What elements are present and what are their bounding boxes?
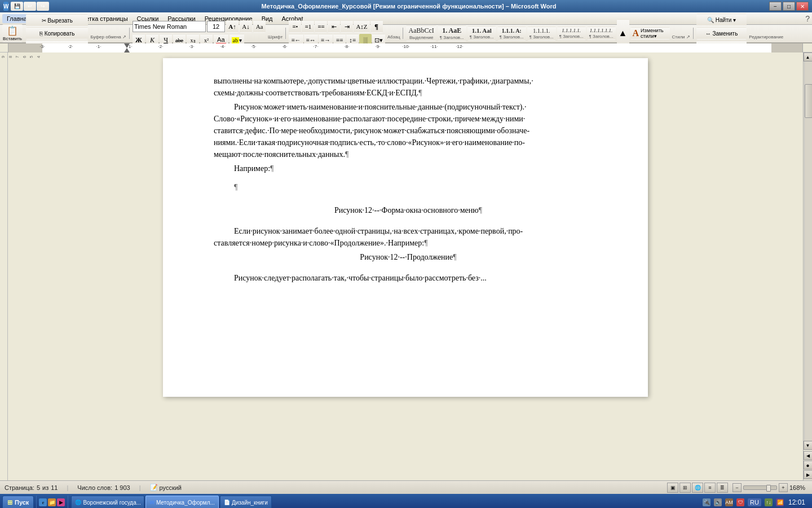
style-h11111[interactable]: 1.1.1.1.1. ¶ Заголов...: [557, 27, 586, 40]
view-fullread-btn[interactable]: ⊞: [679, 483, 691, 493]
para-1: выполнены·на·компьютере,·допустимы·цветн…: [214, 75, 603, 99]
title-bar: W 💾 ↩ ↪ Методичка_Оформление_Курсовой [Р…: [0, 0, 812, 12]
taskbar-right: 🔌 🔊 AM 🛡 RU ↑↓ 📶 12:01: [703, 498, 810, 506]
style-h1111[interactable]: 1.1.1.1. ¶ Заголов...: [527, 27, 556, 41]
start-button[interactable]: ⊞ Пуск: [2, 496, 34, 508]
copy-btn[interactable]: ⎘ Копировать: [26, 27, 88, 40]
tray-volume[interactable]: 🔊: [714, 498, 722, 506]
status-words: Число слов: 1 903: [77, 484, 130, 491]
lang-label: русский: [160, 484, 182, 491]
ruler-mark-7r: ·8·: [345, 44, 350, 49]
grow-font-btn[interactable]: A↑: [226, 20, 239, 33]
zoom-thumb[interactable]: [766, 485, 771, 492]
clipboard-label: Буфер обмена ↗: [89, 34, 126, 41]
next-page-btn[interactable]: ▶: [804, 470, 813, 479]
status-page: Страница: 5 из 11: [5, 484, 58, 491]
scroll-track[interactable]: [804, 62, 812, 441]
taskbar-sep: [36, 496, 37, 508]
doc-container[interactable]: выполнены·на·компьютере,·допустимы·цветн…: [8, 52, 803, 480]
numbering-btn[interactable]: ≡1: [302, 20, 314, 33]
para-2: Рисунок·может·иметь·наименование·и·поясн…: [214, 101, 603, 160]
help-btn[interactable]: ?: [805, 14, 810, 23]
clear-format-btn[interactable]: Aa: [253, 20, 266, 33]
words-count: 1 903: [114, 484, 130, 491]
words-label: Число слов:: [77, 484, 112, 491]
style-h11[interactable]: 1.1. Aal ¶ Заголов...: [467, 26, 496, 41]
font-group: A↑ A↓ Aa Ж К Ч abe x₂ x² Aa ab▾: [133, 20, 266, 46]
view-web-btn[interactable]: 🌐: [692, 483, 703, 493]
status-bar: Страница: 5 из 11 | Число слов: 1 903 | …: [0, 480, 812, 494]
style-normal[interactable]: AaBbCcI Выделение: [406, 25, 436, 41]
page-nav: ◀ ● ▶: [804, 450, 813, 480]
indent-marker-top[interactable]: [124, 43, 130, 48]
cut-btn[interactable]: ✂ Вырезать: [26, 14, 88, 27]
multilevel-btn[interactable]: ≡≡: [315, 20, 327, 33]
maximize-btn[interactable]: □: [783, 2, 795, 11]
replace-btn[interactable]: ↔ Заменить: [696, 27, 747, 40]
style-h1[interactable]: 1. AaE ¶ Заголов...: [438, 25, 466, 41]
ruler-mark-3r: ·4·: [220, 44, 226, 49]
font-label: Шрифт: [267, 34, 283, 41]
sep-4: [693, 28, 694, 39]
ruler-mark-3: ·3·: [40, 44, 45, 49]
status-right: ▣ ⊞ 🌐 ≡ ≣ − + 168%: [667, 483, 807, 493]
minimize-btn[interactable]: −: [769, 2, 782, 11]
system-time: 12:01: [787, 498, 806, 506]
quick-undo-btn[interactable]: ↩: [24, 2, 36, 11]
para-4: Если·рисунок·занимает·более·одной·страни…: [214, 225, 603, 249]
zoom-slider[interactable]: [743, 485, 777, 490]
indent-marker-bottom[interactable]: [124, 48, 130, 52]
para-empty: ¶: [214, 181, 603, 193]
zoom-level: 168%: [789, 484, 807, 491]
spell-check-icon[interactable]: 📝 русский: [150, 484, 182, 491]
scroll-down-btn[interactable]: ▼: [804, 441, 813, 450]
ruler-mark-11r: ·12·: [456, 44, 463, 49]
style-h111[interactable]: 1.1.1. A: ¶ Заголов...: [497, 27, 526, 41]
quicklaunch-folder[interactable]: 📁: [48, 498, 56, 506]
tray-antivirus[interactable]: 🛡: [736, 498, 744, 506]
zoom-control[interactable]: − + 168%: [732, 483, 807, 492]
main-area: 4567 891011 121314 выполнены·на·компьюте…: [0, 52, 812, 480]
zoom-out-btn[interactable]: −: [732, 483, 742, 492]
decrease-indent-btn[interactable]: ⇤: [328, 20, 340, 33]
para-group: ≡• ≡1 ≡≡ ⇤ ⇥ A↕Z ¶ ≡← ≡↔ ≡→ ≡≡ ↕≡ ░ ⊡▾: [289, 20, 385, 46]
tray-icon-extra2[interactable]: 📶: [776, 498, 784, 506]
increase-indent-btn[interactable]: ⇥: [341, 20, 353, 33]
view-outline-btn[interactable]: ≡: [704, 483, 716, 493]
quick-redo-btn[interactable]: ↪: [37, 2, 49, 11]
style-change-btn-group: A Изменить стили▾: [630, 27, 670, 40]
font-name-input[interactable]: [133, 21, 206, 32]
style-h111111[interactable]: 1.1.1.1.1.1. ¶ Заголов...: [587, 27, 616, 40]
ruler-mark-9r: ·10·: [402, 44, 409, 49]
zoom-in-btn[interactable]: +: [779, 483, 788, 492]
find-btn[interactable]: 🔍 Найти ▾: [696, 14, 747, 26]
ruler-mark-1: ·1·: [96, 44, 102, 49]
taskbar-app-metodichka[interactable]: W Методичка_Оформл...: [145, 496, 219, 508]
quicklaunch-media[interactable]: ▶: [57, 498, 65, 506]
shrink-font-btn[interactable]: A↓: [240, 20, 252, 33]
select-browse-btn[interactable]: ●: [804, 461, 813, 470]
scroll-thumb[interactable]: [805, 84, 813, 118]
tray-network[interactable]: 🔌: [703, 498, 710, 506]
close-btn[interactable]: ✕: [796, 2, 809, 11]
tray-icon-extra1[interactable]: ↑↓: [765, 498, 773, 506]
sep-2: [285, 28, 286, 39]
doc-page: выполнены·на·компьютере,·допустимы·цветн…: [163, 58, 648, 397]
paste-btn[interactable]: 📋 Вставить: [2, 24, 23, 42]
tray-lang[interactable]: RU: [748, 498, 761, 506]
view-draft-btn[interactable]: ≣: [717, 483, 728, 493]
scroll-up-btn[interactable]: ▲: [804, 52, 813, 62]
change-style-btn[interactable]: A Изменить стили▾: [630, 27, 670, 40]
tray-am[interactable]: AM: [725, 498, 733, 506]
prev-page-btn[interactable]: ◀: [804, 451, 813, 460]
taskbar-app-design[interactable]: 📄 Дизайн_книги: [220, 496, 272, 508]
font-size-input[interactable]: [207, 21, 225, 32]
pilcrow-btn[interactable]: ¶: [370, 20, 383, 33]
view-print-btn[interactable]: ▣: [667, 483, 678, 493]
quick-save-btn[interactable]: 💾: [11, 2, 23, 11]
bullets-btn[interactable]: ≡•: [289, 20, 301, 33]
sort-btn[interactable]: A↕Z: [354, 20, 369, 33]
taskbar-app-voronezh[interactable]: 🌐 Воронежский госуда...: [71, 496, 144, 508]
quicklaunch-ie[interactable]: e: [39, 498, 47, 506]
page-total: 11: [51, 484, 58, 491]
